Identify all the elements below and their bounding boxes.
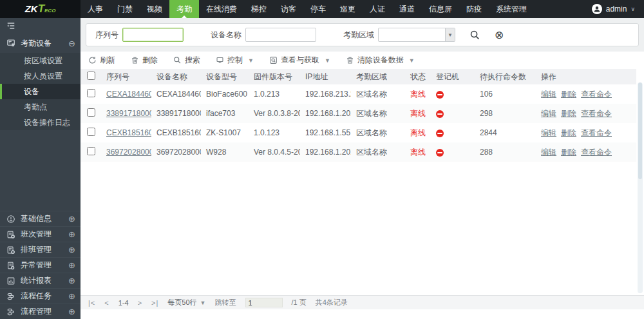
expand-group-icon[interactable]: ⊕ xyxy=(68,214,75,224)
main-nav: 人事 门禁 视频 考勤 在线消费 梯控 访客 停车 巡更 人证 通道 信息屏 防… xyxy=(80,0,534,18)
edit-link[interactable]: 编辑 xyxy=(541,109,556,118)
scrollbar-thumb[interactable] xyxy=(638,82,642,179)
expand-group-icon[interactable]: ⊕ xyxy=(68,229,75,239)
nav-tab-passage[interactable]: 通道 xyxy=(392,0,422,18)
area-cell: 区域名称 xyxy=(351,104,405,123)
per-page-select[interactable]: 每页50行 ▼ xyxy=(167,298,205,307)
nav-tab-access[interactable]: 门禁 xyxy=(110,0,140,18)
sidebar-group-shift-mgmt[interactable]: 班次管理 ⊕ xyxy=(0,226,80,242)
col-ip: IP地址 xyxy=(300,69,351,84)
expand-group-icon[interactable]: ⊕ xyxy=(68,276,75,285)
serial-link[interactable]: 3389171800006 xyxy=(106,109,151,118)
area-select-dropdown-icon[interactable]: ▼ xyxy=(445,28,455,41)
chevron-down-icon: ∨ xyxy=(630,6,635,12)
sidebar-group-basic-info[interactable]: 基础信息 ⊕ xyxy=(0,211,80,226)
jump-label: 跳转至 xyxy=(215,298,236,307)
delete-link[interactable]: 删除 xyxy=(561,90,576,99)
status-badge: 离线 xyxy=(405,84,431,104)
search-icon[interactable] xyxy=(469,30,480,41)
delete-button[interactable]: 删除 xyxy=(131,55,158,66)
expand-group-icon[interactable]: ⊕ xyxy=(68,260,75,270)
delete-link[interactable]: 删除 xyxy=(561,148,576,157)
sidebar-group-workflow-task[interactable]: 流程任务 ⊕ xyxy=(0,288,80,304)
view-commands-link[interactable]: 查看命令 xyxy=(581,109,612,118)
view-commands-link[interactable]: 查看命令 xyxy=(581,128,612,137)
edit-link[interactable]: 编辑 xyxy=(541,90,556,99)
sidebar-item-area-settings[interactable]: 按区域设置 xyxy=(0,53,80,68)
next-page-button[interactable]: > xyxy=(138,299,142,307)
page-range: 1-4 xyxy=(118,299,129,307)
expand-group-icon[interactable]: ⊕ xyxy=(68,245,75,255)
nav-tab-infoscreen[interactable]: 信息屏 xyxy=(422,0,459,18)
delete-link[interactable]: 删除 xyxy=(561,128,576,137)
delete-link[interactable]: 删除 xyxy=(561,109,576,118)
row-checkbox[interactable] xyxy=(87,89,95,97)
sidebar-submenu: 按区域设置 按人员设置 设备 考勤点 设备操作日志 xyxy=(0,53,80,130)
edit-link[interactable]: 编辑 xyxy=(541,128,556,137)
main-content: 序列号 设备名称 考勤区域 ▼ ⊗ xyxy=(80,18,644,319)
row-checkbox[interactable] xyxy=(87,128,95,136)
refresh-button[interactable]: 刷新 xyxy=(88,55,115,66)
control-button[interactable]: 控制 ▼ xyxy=(216,55,254,66)
serial-link[interactable]: 3697202800002 xyxy=(106,148,151,157)
device-name-cell: 3389171800006 xyxy=(151,104,201,123)
model-cell: BioFace600 xyxy=(201,84,249,104)
nav-tab-parking[interactable]: 停车 xyxy=(303,0,333,18)
collapse-group-icon[interactable]: ⊖ xyxy=(68,39,75,48)
view-commands-link[interactable]: 查看命令 xyxy=(581,148,612,157)
nav-tab-visitor[interactable]: 访客 xyxy=(274,0,303,18)
select-all-checkbox[interactable] xyxy=(87,72,95,80)
expand-group-icon[interactable]: ⊕ xyxy=(68,291,75,301)
area-select[interactable]: ▼ xyxy=(378,28,455,42)
row-checkbox[interactable] xyxy=(87,108,95,117)
view-get-dropdown-icon[interactable]: ▼ xyxy=(325,57,330,64)
first-page-button[interactable]: |< xyxy=(88,299,95,307)
pending-count-cell: 288 xyxy=(475,142,536,162)
serial-input[interactable] xyxy=(122,28,184,42)
last-page-button[interactable]: >| xyxy=(151,299,158,307)
nav-tab-system[interactable]: 系统管理 xyxy=(489,0,534,18)
nav-tab-personnel[interactable]: 人事 xyxy=(80,0,110,18)
sidebar-group-label: 考勤设备 xyxy=(21,38,63,49)
expand-group-icon[interactable]: ⊕ xyxy=(68,307,75,316)
firmware-cell: Ver 8.0.3.8-20170516 xyxy=(249,104,300,123)
device-name-input[interactable] xyxy=(245,28,316,42)
sidebar-group-report[interactable]: 统计报表 ⊕ xyxy=(0,273,80,288)
sidebar-item-attendance-point[interactable]: 考勤点 xyxy=(0,99,80,115)
serial-label: 序列号 xyxy=(95,30,118,41)
nav-tab-epidemic[interactable]: 防疫 xyxy=(459,0,489,18)
nav-tab-idverify[interactable]: 人证 xyxy=(363,0,392,18)
search-button[interactable]: 搜索 xyxy=(173,55,200,66)
sidebar-group-workflow-mgmt[interactable]: 流程管理 ⊕ xyxy=(0,304,80,319)
edit-link[interactable]: 编辑 xyxy=(541,148,556,157)
row-checkbox[interactable] xyxy=(87,147,95,155)
sidebar-group-exception-mgmt[interactable]: 异常管理 ⊕ xyxy=(0,257,80,273)
serial-link[interactable]: CEXA184460005 xyxy=(106,90,151,99)
register-disabled-icon xyxy=(436,110,444,118)
jump-page-input[interactable] xyxy=(245,298,283,307)
collapse-sidebar-icon[interactable] xyxy=(6,21,15,30)
nav-tab-video[interactable]: 视频 xyxy=(140,0,169,18)
serial-link[interactable]: CEXB185160106 xyxy=(106,128,151,137)
vertical-scrollbar[interactable] xyxy=(638,82,643,293)
sidebar-item-device-op-log[interactable]: 设备操作日志 xyxy=(0,115,80,130)
reset-search-icon[interactable]: ⊗ xyxy=(495,30,504,41)
sidebar-group-schedule-mgmt[interactable]: 排班管理 ⊕ xyxy=(0,242,80,257)
user-name: admin xyxy=(606,5,627,14)
nav-tab-elevator[interactable]: 梯控 xyxy=(244,0,274,18)
basic-info-icon xyxy=(6,215,15,224)
sidebar-item-person-settings[interactable]: 按人员设置 xyxy=(0,68,80,84)
nav-tab-consumption[interactable]: 在线消费 xyxy=(199,0,244,18)
user-menu[interactable]: admin ∨ xyxy=(592,0,644,18)
sidebar-group-attendance-device[interactable]: 考勤设备 ⊖ xyxy=(0,34,80,53)
view-commands-link[interactable]: 查看命令 xyxy=(581,90,612,99)
prev-page-button[interactable]: < xyxy=(104,299,109,307)
sidebar-item-device[interactable]: 设备 xyxy=(0,84,80,99)
control-dropdown-icon[interactable]: ▼ xyxy=(248,57,254,64)
view-get-button[interactable]: 查看与获取 ▼ xyxy=(269,55,330,66)
logo: ZKTECO xyxy=(0,0,80,18)
nav-tab-attendance[interactable]: 考勤 xyxy=(169,0,199,18)
clear-data-dropdown-icon[interactable]: ▼ xyxy=(409,57,415,64)
clear-device-data-button[interactable]: 清除设备数据 ▼ xyxy=(346,55,415,66)
nav-tab-patrol[interactable]: 巡更 xyxy=(333,0,363,18)
